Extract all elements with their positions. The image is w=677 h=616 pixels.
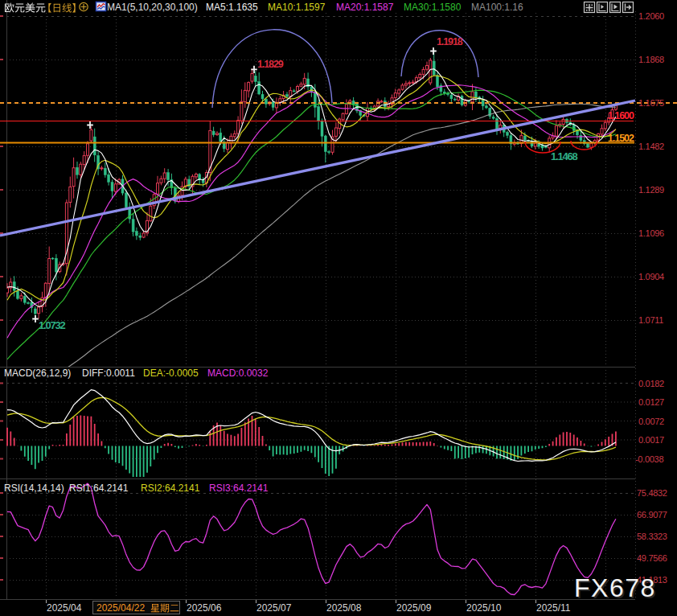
svg-text:1.0732: 1.0732 <box>39 319 66 331</box>
svg-text:2025/04/22: 2025/04/22 <box>96 602 145 614</box>
svg-text:2025/10: 2025/10 <box>466 602 502 614</box>
svg-text:2025/09: 2025/09 <box>396 602 432 614</box>
svg-text:-0.0038: -0.0038 <box>635 454 663 464</box>
svg-text:FX678: FX678 <box>574 573 656 602</box>
svg-text:1.1468: 1.1468 <box>551 150 578 162</box>
svg-text:1.1502: 1.1502 <box>608 133 634 144</box>
svg-text:MA20:1.1587: MA20:1.1587 <box>336 2 394 13</box>
svg-text:66.9077: 66.9077 <box>637 510 667 519</box>
svg-text:0.0182: 0.0182 <box>638 379 664 388</box>
svg-text:1.1482: 1.1482 <box>638 142 664 151</box>
svg-text:DIFF:0.0011: DIFF:0.0011 <box>82 368 135 379</box>
svg-text:1.1868: 1.1868 <box>638 55 664 64</box>
svg-text:RSI1:64.2141: RSI1:64.2141 <box>69 483 129 494</box>
svg-text:0.0127: 0.0127 <box>638 397 664 407</box>
svg-text:1.1096: 1.1096 <box>638 228 664 238</box>
svg-text:RSI3:64.2141: RSI3:64.2141 <box>209 483 269 494</box>
svg-text:2025/08: 2025/08 <box>326 602 362 614</box>
svg-text:MA5:1.1635: MA5:1.1635 <box>206 2 258 13</box>
svg-text:2025/04: 2025/04 <box>47 602 82 614</box>
svg-text:MA1(5,10,20,30,100): MA1(5,10,20,30,100) <box>107 2 198 13</box>
svg-text:49.7566: 49.7566 <box>637 553 667 563</box>
svg-text:75.4832: 75.4832 <box>637 488 667 498</box>
svg-text:2025/07: 2025/07 <box>256 602 292 614</box>
svg-text:58.3323: 58.3323 <box>637 532 667 541</box>
svg-text:MA30:1.1580: MA30:1.1580 <box>404 2 462 13</box>
svg-text:2025/06: 2025/06 <box>187 602 222 614</box>
svg-text:MACD:0.0032: MACD:0.0032 <box>207 368 269 379</box>
svg-text:2025/11: 2025/11 <box>536 602 571 614</box>
svg-text:1.1600: 1.1600 <box>608 110 634 121</box>
svg-text:DEA:-0.0005: DEA:-0.0005 <box>143 368 199 379</box>
svg-text:1.1829: 1.1829 <box>257 59 284 70</box>
svg-text:1.0711: 1.0711 <box>638 315 663 325</box>
svg-text:1.1918: 1.1918 <box>437 36 463 47</box>
svg-text:1.1289: 1.1289 <box>638 185 664 195</box>
svg-text:MA100:1.16: MA100:1.16 <box>471 2 523 13</box>
svg-text:MACD(26,12,9): MACD(26,12,9) <box>4 368 71 379</box>
svg-text:RSI2:64.2141: RSI2:64.2141 <box>141 483 200 494</box>
svg-text:0.0017: 0.0017 <box>638 435 664 445</box>
svg-text:MA10:1.1597: MA10:1.1597 <box>268 2 326 13</box>
svg-text:1.0904: 1.0904 <box>638 272 664 281</box>
svg-text:0.0072: 0.0072 <box>638 417 664 426</box>
svg-text:1.2060: 1.2060 <box>638 11 664 21</box>
svg-text:1.1675: 1.1675 <box>638 98 664 108</box>
svg-text:RSI(14,14,14): RSI(14,14,14) <box>4 483 64 494</box>
